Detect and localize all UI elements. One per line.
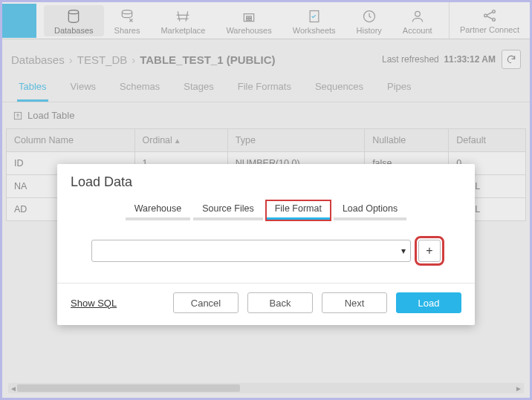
step-warehouse[interactable]: Warehouse: [126, 200, 190, 220]
modal-overlay: Load Data Warehouse Source Files File Fo…: [2, 2, 530, 398]
divider: [57, 283, 475, 283]
chevron-down-icon: ▾: [401, 246, 406, 256]
step-file-format[interactable]: File Format: [266, 200, 331, 220]
next-button[interactable]: Next: [322, 292, 387, 313]
back-button[interactable]: Back: [247, 292, 313, 313]
file-format-select[interactable]: ▾: [91, 240, 411, 262]
show-sql-link[interactable]: Show SQL: [71, 298, 117, 309]
file-format-row: ▾ +: [71, 240, 461, 262]
load-data-modal: Load Data Warehouse Source Files File Fo…: [57, 164, 475, 325]
step-source-files[interactable]: Source Files: [193, 200, 262, 220]
step-load-options[interactable]: Load Options: [334, 200, 406, 220]
cancel-button[interactable]: Cancel: [173, 292, 239, 313]
plus-icon: +: [426, 244, 432, 258]
add-file-format-button[interactable]: +: [418, 240, 441, 262]
wizard-steps: Warehouse Source Files File Format Load …: [71, 200, 461, 220]
modal-button-row: Show SQL Cancel Back Next Load: [71, 292, 461, 313]
load-button[interactable]: Load: [396, 292, 461, 313]
modal-title: Load Data: [71, 174, 461, 190]
